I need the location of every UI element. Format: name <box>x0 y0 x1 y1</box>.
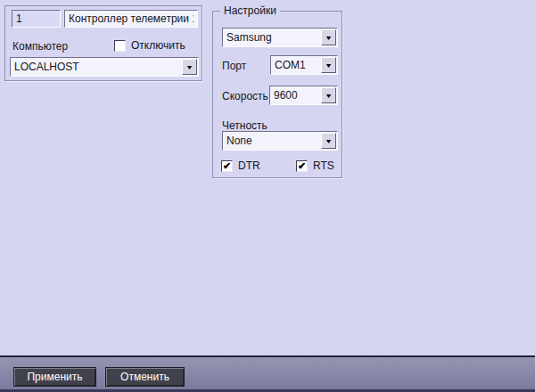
apply-button[interactable]: Применить <box>13 367 96 387</box>
settings-groupbox: Настройки Samsung ▼ Порт COM1 ▼ Скорость… <box>212 11 342 178</box>
settings-group-title: Настройки <box>220 4 280 17</box>
controller-id-input[interactable] <box>12 10 61 28</box>
device-combobox-value: Samsung <box>223 31 320 44</box>
footer-bar: Применить Отменить <box>0 355 535 392</box>
disable-checkbox-row: Отключить <box>114 39 185 52</box>
speed-combobox-value: 9600 <box>270 89 320 102</box>
rts-checkbox[interactable]: ✔ <box>296 160 308 172</box>
parity-combobox[interactable]: None ▼ <box>222 131 338 151</box>
chevron-down-icon: ▼ <box>185 64 193 70</box>
identity-groupbox: Компьютер Отключить LOCALHOST ▼ <box>4 5 202 81</box>
device-combobox[interactable]: Samsung ▼ <box>222 28 338 47</box>
chevron-down-icon: ▼ <box>325 138 333 144</box>
chevron-down-icon: ▼ <box>325 93 333 99</box>
rts-checkbox-label: RTS <box>313 159 334 172</box>
speed-label: Скорость <box>222 90 268 102</box>
chevron-down-icon: ▼ <box>325 35 333 41</box>
speed-dropdown-button[interactable]: ▼ <box>321 87 336 103</box>
cancel-button[interactable]: Отменить <box>105 367 185 387</box>
dtr-checkbox-row: ✔ DTR <box>221 159 260 172</box>
port-dropdown-button[interactable]: ▼ <box>321 57 336 73</box>
computer-combobox[interactable]: LOCALHOST ▼ <box>10 57 199 77</box>
parity-dropdown-button[interactable]: ▼ <box>321 133 336 149</box>
speed-combobox[interactable]: 9600 ▼ <box>269 86 338 105</box>
dtr-checkbox[interactable]: ✔ <box>221 160 233 172</box>
computer-dropdown-button[interactable]: ▼ <box>182 59 197 75</box>
port-combobox-value: COM1 <box>271 59 320 71</box>
computer-combobox-value: LOCALHOST <box>11 61 181 73</box>
disable-checkbox[interactable] <box>114 40 126 52</box>
parity-label: Четность <box>222 119 268 132</box>
controller-name-input[interactable] <box>64 10 198 28</box>
rts-checkbox-row: ✔ RTS <box>296 159 334 172</box>
dtr-checkbox-label: DTR <box>238 159 260 172</box>
telemetry-controller-settings-panel: { "identity": { "id_value": "1", "name_v… <box>0 0 535 392</box>
port-combobox[interactable]: COM1 ▼ <box>270 55 338 75</box>
computer-label: Компьютер <box>12 40 68 53</box>
device-dropdown-button[interactable]: ▼ <box>321 29 336 45</box>
port-label: Порт <box>222 60 246 72</box>
chevron-down-icon: ▼ <box>325 62 333 69</box>
parity-combobox-value: None <box>223 135 320 147</box>
disable-checkbox-label: Отключить <box>131 39 185 52</box>
